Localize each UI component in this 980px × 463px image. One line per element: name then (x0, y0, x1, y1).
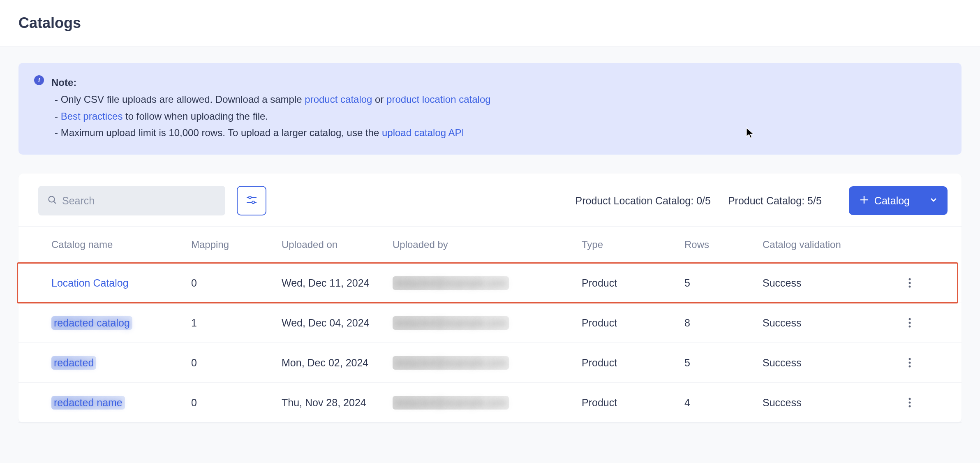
main-content: i Note: - Only CSV file uploads are allo… (0, 46, 980, 423)
row-actions-button[interactable] (902, 275, 917, 290)
catalog-name-link[interactable]: Location Catalog (51, 277, 129, 289)
cell-rows: 5 (684, 357, 763, 369)
cell-catalog-name: redacted name (51, 396, 191, 410)
svg-line-1 (54, 201, 56, 204)
cell-type: Product (582, 277, 684, 289)
svg-point-8 (909, 278, 911, 280)
link-product-location-catalog[interactable]: product location catalog (386, 94, 491, 105)
cell-rows: 5 (684, 277, 763, 289)
svg-point-16 (909, 366, 911, 368)
location-catalog-counter: Product Location Catalog: 0/5 (575, 195, 710, 207)
uploaded-by-redacted: redacted@example.com (393, 316, 509, 330)
cell-actions (902, 355, 948, 370)
cell-validation: Success (763, 317, 902, 329)
cell-mapping: 0 (191, 357, 282, 369)
cell-uploaded-on: Thu, Nov 28, 2024 (282, 397, 393, 409)
cell-uploaded-on: Mon, Dec 02, 2024 (282, 357, 393, 369)
cell-actions (902, 395, 948, 410)
filter-button[interactable] (237, 186, 266, 215)
th-validation: Catalog validation (763, 239, 902, 250)
note-line-2-prefix: - (55, 111, 61, 122)
row-actions-button[interactable] (902, 355, 917, 370)
table-header: Catalog name Mapping Uploaded on Uploade… (18, 227, 962, 263)
table-row: Location Catalog0Wed, Dec 11, 2024redact… (18, 263, 962, 303)
link-upload-catalog-api[interactable]: upload catalog API (382, 127, 464, 138)
cell-catalog-name: redacted (51, 356, 191, 370)
note-line-1: - Only CSV file uploads are allowed. Dow… (51, 91, 491, 108)
add-catalog-main[interactable]: Catalog (849, 195, 920, 207)
svg-point-18 (909, 402, 911, 404)
th-name: Catalog name (51, 239, 191, 250)
svg-point-13 (909, 326, 911, 328)
svg-point-9 (909, 282, 911, 284)
note-line-1-prefix: - Only CSV file uploads are allowed. Dow… (55, 94, 305, 105)
link-product-catalog[interactable]: product catalog (305, 94, 372, 105)
cell-rows: 4 (684, 397, 763, 409)
cell-uploaded-by: redacted@example.com (393, 276, 582, 290)
dots-vertical-icon (908, 278, 911, 288)
info-icon-wrap: i (34, 74, 44, 141)
search-icon (47, 195, 57, 206)
th-type: Type (582, 239, 684, 250)
cell-uploaded-on: Wed, Dec 04, 2024 (282, 317, 393, 329)
th-mapping: Mapping (191, 239, 282, 250)
uploaded-by-redacted: redacted@example.com (393, 356, 509, 370)
svg-point-14 (909, 358, 911, 360)
add-catalog-dropdown[interactable] (920, 186, 948, 215)
loc-counter-value: 0/5 (696, 195, 711, 206)
cell-catalog-name: Location Catalog (51, 277, 191, 289)
cell-uploaded-by: redacted@example.com (393, 396, 582, 410)
link-best-practices[interactable]: Best practices (61, 111, 123, 122)
dots-vertical-icon (908, 358, 911, 368)
svg-point-12 (909, 322, 911, 324)
note-box: i Note: - Only CSV file uploads are allo… (18, 63, 962, 155)
plus-icon (860, 195, 869, 207)
note-line-1-mid: or (372, 94, 386, 105)
row-actions-button[interactable] (902, 315, 917, 330)
prod-counter-label: Product Catalog: (728, 195, 807, 206)
uploaded-by-redacted: redacted@example.com (393, 276, 509, 290)
search-wrap[interactable] (38, 186, 225, 215)
add-catalog-label: Catalog (874, 195, 910, 207)
note-label: Note: (51, 74, 491, 91)
catalog-name-link[interactable]: redacted (51, 356, 96, 370)
cell-actions (902, 275, 948, 290)
info-icon: i (34, 75, 44, 85)
loc-counter-label: Product Location Catalog: (575, 195, 696, 206)
row-actions-button[interactable] (902, 395, 917, 410)
cell-catalog-name: redacted catalog (51, 316, 191, 330)
page-title: Catalogs (0, 0, 980, 46)
cell-mapping: 0 (191, 277, 282, 289)
cell-type: Product (582, 357, 684, 369)
catalog-name-link[interactable]: redacted catalog (51, 316, 132, 330)
note-line-2: - Best practices to follow when uploadin… (51, 108, 491, 125)
catalog-table-card: Product Location Catalog: 0/5 Product Ca… (18, 174, 962, 423)
svg-point-5 (252, 201, 254, 204)
svg-point-0 (49, 197, 55, 202)
note-line-3-prefix: - Maximum upload limit is 10,000 rows. T… (55, 127, 382, 138)
cell-mapping: 0 (191, 397, 282, 409)
cell-mapping: 1 (191, 317, 282, 329)
svg-point-19 (909, 405, 911, 407)
svg-point-10 (909, 286, 911, 288)
cell-rows: 8 (684, 317, 763, 329)
note-line-3: - Maximum upload limit is 10,000 rows. T… (51, 125, 491, 141)
cell-validation: Success (763, 397, 902, 409)
chevron-down-icon (929, 196, 938, 206)
cell-uploaded-by: redacted@example.com (393, 356, 582, 370)
catalog-name-link[interactable]: redacted name (51, 396, 125, 410)
th-uploaded-by: Uploaded by (393, 239, 582, 250)
th-rows: Rows (684, 239, 763, 250)
table-row: redacted name0Thu, Nov 28, 2024redacted@… (18, 383, 962, 423)
table-row: redacted catalog1Wed, Dec 04, 2024redact… (18, 303, 962, 343)
svg-point-11 (909, 318, 911, 320)
svg-point-3 (249, 196, 251, 199)
note-line-2-suffix: to follow when uploading the file. (122, 111, 268, 122)
prod-counter-value: 5/5 (807, 195, 822, 206)
add-catalog-button[interactable]: Catalog (849, 186, 948, 215)
cell-validation: Success (763, 357, 902, 369)
cell-actions (902, 315, 948, 330)
search-input[interactable] (62, 195, 216, 207)
uploaded-by-redacted: redacted@example.com (393, 396, 509, 410)
table-row: redacted0Mon, Dec 02, 2024redacted@examp… (18, 343, 962, 383)
